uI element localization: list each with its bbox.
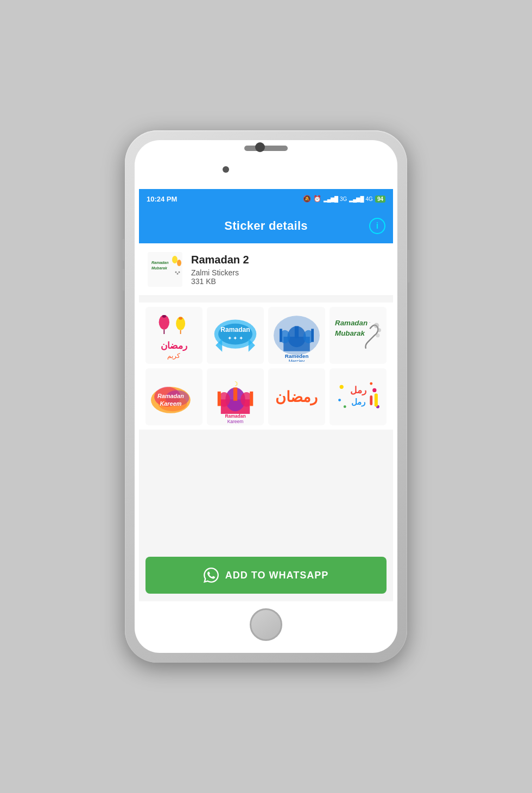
svg-text:رمضان: رمضان (161, 341, 187, 351)
svg-text:Merciey: Merciey (289, 358, 305, 362)
info-button[interactable]: i (369, 218, 385, 234)
pack-author: Zalmi Stickers (191, 268, 384, 277)
svg-rect-11 (179, 317, 182, 320)
phone-frame: 10:24 PM 🔕 ⏰ ▂▄▆█ 3G ▂▄▆█ 4G 94 Sticker … (125, 130, 407, 663)
sticker-6[interactable]: ☽ Ramadan Kareem (207, 368, 264, 425)
phone-camera (255, 142, 265, 152)
app-header: Sticker details i (139, 209, 393, 243)
svg-text:Mubarak: Mubarak (335, 329, 365, 337)
svg-point-33 (374, 323, 379, 328)
network-4g: 4G (366, 196, 373, 202)
signal-icon-2: ▂▄▆█ (349, 196, 363, 202)
app-screen: 10:24 PM 🔕 ⏰ ▂▄▆█ 3G ▂▄▆█ 4G 94 Sticker … (139, 189, 393, 601)
svg-text:Ramadan: Ramadan (335, 319, 368, 327)
pack-thumbnail: Ramadan Mubarak (148, 252, 182, 287)
svg-text:رمل: رمل (350, 385, 366, 396)
sticker-pack-info: Ramadan Mubarak Ramadan 2 (139, 243, 393, 296)
battery-indicator: 94 (375, 196, 385, 203)
sticker-1[interactable]: رمضان كريم (145, 307, 202, 364)
pack-name: Ramadan 2 (191, 254, 384, 266)
sticker-grid: رمضان كريم (139, 303, 393, 430)
svg-text:Ramadan: Ramadan (225, 413, 245, 419)
svg-text:☽: ☽ (232, 380, 238, 388)
svg-rect-63 (370, 395, 372, 405)
svg-point-57 (372, 388, 376, 392)
svg-rect-62 (375, 393, 378, 406)
svg-point-2 (172, 256, 178, 263)
svg-text:رمضان: رمضان (276, 389, 318, 406)
svg-text:Ramadan: Ramadan (220, 326, 250, 333)
sticker-7[interactable]: رمضان (268, 368, 325, 425)
svg-rect-50 (250, 392, 253, 406)
svg-text:Kareem: Kareem (227, 419, 244, 423)
svg-text:Ramadan: Ramadan (157, 393, 184, 399)
svg-text:Ramadan: Ramadan (151, 261, 169, 265)
add-button-label: ADD TO WHATSAPP (225, 570, 328, 581)
svg-point-35 (376, 333, 379, 337)
alarm-icon: ⏰ (313, 195, 321, 203)
add-to-whatsapp-button[interactable]: ADD TO WHATSAPP (145, 557, 387, 594)
status-icons: 🔕 ⏰ ▂▄▆█ 3G ▂▄▆█ 4G 94 (303, 195, 385, 203)
svg-point-5 (177, 273, 179, 275)
svg-point-58 (344, 405, 346, 408)
home-button[interactable] (250, 608, 282, 641)
svg-rect-49 (218, 392, 221, 406)
signal-icon: ▂▄▆█ (324, 196, 338, 202)
sticker-8[interactable]: رمل رمل (330, 368, 387, 425)
volume-up-button (122, 239, 124, 261)
pack-size: 331 KB (191, 277, 384, 286)
svg-text:Mubarak: Mubarak (151, 266, 168, 270)
status-time: 10:24 PM (147, 195, 177, 203)
svg-text:Kareem: Kareem (160, 400, 181, 407)
svg-text:Rameden: Rameden (285, 353, 309, 359)
page-title: Sticker details (224, 219, 308, 233)
svg-point-6 (179, 272, 180, 273)
svg-text:رمل: رمل (351, 398, 365, 407)
svg-point-34 (377, 328, 381, 332)
svg-rect-28 (311, 329, 314, 342)
svg-point-59 (370, 382, 372, 385)
pack-details: Ramadan 2 Zalmi Stickers 331 KB (191, 254, 384, 286)
mute-icon: 🔕 (303, 195, 311, 203)
phone-speaker (244, 146, 288, 151)
sticker-4[interactable]: Ramadan Mubarak ·· · (330, 307, 387, 364)
add-button-container: ADD TO WHATSAPP (139, 549, 393, 601)
svg-text:كريم: كريم (168, 352, 181, 360)
svg-rect-24 (295, 326, 299, 338)
phone-dot (223, 166, 229, 173)
main-content: Ramadan Mubarak Ramadan 2 (139, 243, 393, 601)
svg-rect-27 (280, 329, 282, 342)
svg-rect-8 (162, 315, 166, 318)
whatsapp-icon (204, 568, 219, 583)
sticker-2[interactable]: Ramadan ✦ ✦ ✦ (207, 307, 264, 364)
power-button (408, 250, 410, 282)
network-3g: 3G (340, 196, 347, 202)
svg-point-4 (175, 272, 177, 273)
svg-point-56 (340, 385, 344, 389)
svg-point-3 (177, 260, 181, 266)
sticker-3[interactable]: Rameden Merciey (268, 307, 325, 364)
svg-point-61 (338, 399, 341, 401)
svg-text:·· ·: ·· · (365, 319, 371, 325)
volume-down-button (122, 269, 124, 291)
svg-text:✦ ✦ ✦: ✦ ✦ ✦ (227, 335, 243, 341)
sticker-5[interactable]: Ramadan Kareem (145, 368, 202, 425)
status-bar: 10:24 PM 🔕 ⏰ ▂▄▆█ 3G ▂▄▆█ 4G 94 (139, 189, 393, 209)
svg-rect-45 (233, 388, 237, 401)
phone-screen: 10:24 PM 🔕 ⏰ ▂▄▆█ 3G ▂▄▆█ 4G 94 Sticker … (135, 140, 397, 653)
